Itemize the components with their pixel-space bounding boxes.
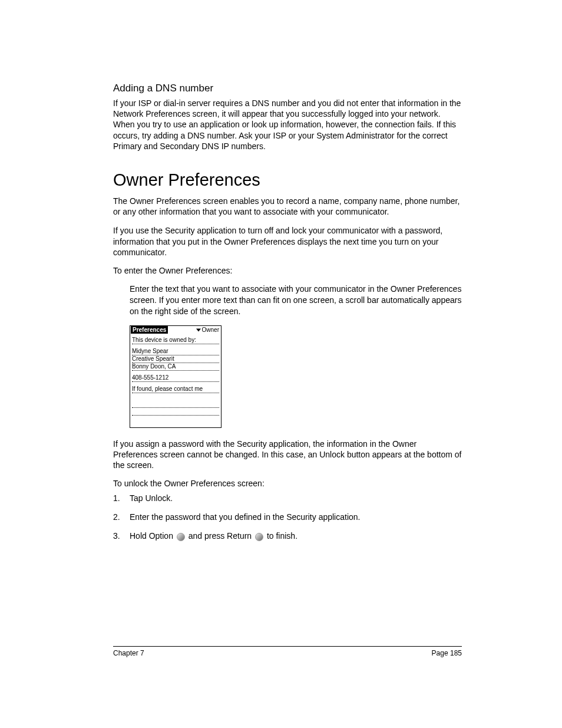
heading-owner-preferences: Owner Preferences: [113, 170, 462, 190]
step-2: 2. Enter the password that you defined i…: [113, 512, 462, 522]
preferences-input-line[interactable]: [132, 408, 219, 416]
preferences-dropdown-label: Owner: [202, 327, 219, 333]
step-3-part-c: to finish.: [265, 531, 297, 541]
unlock-steps: 1. Tap Unlock. 2. Enter the password tha…: [113, 493, 462, 542]
owner-para1: The Owner Preferences screen enables you…: [113, 196, 462, 217]
dropdown-triangle-icon: [196, 328, 201, 332]
option-key-icon: [177, 533, 185, 541]
preferences-input-line[interactable]: This device is owned by:: [132, 337, 219, 344]
preferences-input-line[interactable]: If found, please contact me: [132, 386, 219, 393]
unlock-heading: To unlock the Owner Preferences screen:: [113, 479, 462, 488]
preferences-input-line[interactable]: 408-555-1212: [132, 374, 219, 382]
preferences-title: Preferences: [131, 326, 168, 334]
enter-body: Enter the text that you want to associat…: [130, 284, 462, 317]
step-3-part-b: and press Return: [186, 531, 254, 541]
preferences-input-line[interactable]: Midyne Spear: [132, 348, 219, 355]
preferences-dropdown[interactable]: Owner: [196, 327, 220, 333]
preferences-input-line[interactable]: [132, 400, 219, 408]
preferences-input-line[interactable]: Bonny Doon, CA: [132, 363, 219, 371]
enter-heading: To enter the Owner Preferences:: [113, 266, 462, 275]
page: Adding a DNS number If your ISP or dial-…: [0, 0, 562, 728]
owner-preferences-figure: Preferences Owner This device is owned b…: [130, 325, 462, 428]
heading-dns: Adding a DNS number: [113, 83, 462, 94]
footer-chapter: Chapter 7: [113, 649, 144, 657]
step-2-text: Enter the password that you defined in t…: [130, 512, 360, 522]
body-dns: If your ISP or dial-in server requires a…: [113, 98, 462, 151]
footer-page: Page 185: [432, 649, 462, 657]
after-figure-text: If you assign a password with the Securi…: [113, 439, 462, 471]
step-1-num: 1.: [113, 493, 130, 503]
step-3-num: 3.: [113, 531, 130, 541]
step-1-text: Tap Unlock.: [130, 493, 173, 503]
owner-para2: If you use the Security application to t…: [113, 225, 462, 258]
step-3: 3. Hold Option and press Return to finis…: [113, 531, 462, 541]
svg-marker-0: [196, 328, 201, 331]
return-key-icon: [255, 533, 263, 541]
step-2-num: 2.: [113, 512, 130, 522]
step-3-part-a: Hold Option: [130, 531, 176, 541]
preferences-screen: Preferences Owner This device is owned b…: [130, 325, 222, 428]
preferences-titlebar: Preferences Owner: [130, 326, 221, 334]
step-1: 1. Tap Unlock.: [113, 493, 462, 503]
preferences-input-line[interactable]: Creative Spearit: [132, 355, 219, 363]
step-3-text: Hold Option and press Return to finish.: [130, 531, 297, 541]
page-footer: Chapter 7 Page 185: [113, 646, 462, 657]
